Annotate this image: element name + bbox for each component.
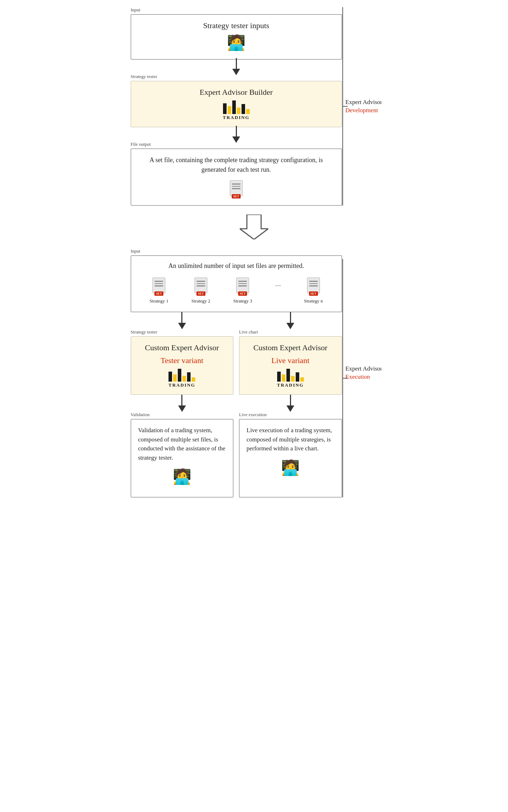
strategy-2-item: SET Strategy 2	[191, 278, 210, 304]
bottom-section: Input An unlimited number of input set f…	[131, 248, 342, 497]
strategy-2-label: Strategy 2	[191, 298, 210, 304]
input-set-files-box: An unlimited number of input set files a…	[131, 255, 342, 312]
strategy-tester-inputs-title: Strategy tester inputs	[138, 21, 335, 30]
bottom-section-label-red: Execution	[346, 374, 370, 381]
strategy-3-item: SET Strategy 3	[233, 278, 252, 304]
arrow-down-live-top	[239, 312, 342, 329]
trading-logo-top	[138, 100, 335, 114]
trading-text-tester: TRADING	[138, 382, 226, 388]
ea-live-title: Custom Expert Advisor	[247, 343, 335, 352]
robot-icon-live: 🧑‍💻	[247, 459, 335, 476]
strategy-1-item: SET Strategy 1	[150, 278, 169, 304]
ea-builder-title: Expert Advisor Builder	[138, 88, 335, 97]
ea-tester-title: Custom Expert Advisor	[138, 343, 226, 352]
top-section-label: Expert Advisor Development	[346, 98, 381, 115]
robot-icon-validation: 🧑‍💻	[138, 468, 226, 485]
svg-marker-0	[240, 214, 268, 239]
arrow-down-2	[131, 127, 342, 141]
strategy-3-label: Strategy 3	[233, 298, 252, 304]
strategy-1-label: Strategy 1	[150, 298, 169, 304]
ea-tester-box: Custom Expert Advisor Tester variant TRA…	[131, 336, 234, 395]
validation-box: Validation of a trading system, composed…	[131, 419, 234, 497]
strategy-tester-inputs-box: Strategy tester inputs 🧑‍💻	[131, 14, 342, 60]
bottom-section-label-text: Expert Advisor	[346, 365, 381, 372]
strategy-n-label: Strategy n	[304, 298, 323, 304]
file-output-box: A set file, containing the complete trad…	[131, 149, 342, 206]
file-output-text: A set file, containing the complete trad…	[138, 155, 335, 175]
bottom-section-label: Expert Advisor Execution	[346, 364, 381, 382]
ea-tester-subtitle: Tester variant	[138, 356, 226, 365]
dots-separator: ...	[275, 278, 281, 288]
ea-live-box: Custom Expert Advisor Live variant TRADI…	[239, 336, 342, 395]
input-label-bottom: Input	[131, 248, 342, 254]
strategy-files-row: SET Strategy 1 SET Strategy 2	[138, 274, 335, 305]
live-execution-text: Live execution of a trading system, comp…	[247, 426, 335, 453]
trading-text-top: TRADING	[138, 115, 335, 120]
input-label-top: Input	[131, 7, 342, 13]
set-badge: SET	[232, 194, 240, 198]
arrow-down-tester-top	[131, 312, 234, 329]
person-icon: 🧑‍💻	[138, 34, 335, 51]
arrow-down-live-mid	[239, 395, 342, 412]
live-chart-label: Live chart	[239, 329, 342, 335]
live-execution-label: Live execution	[239, 412, 342, 418]
trading-logo-live	[247, 369, 335, 382]
ea-live-subtitle: Live variant	[247, 356, 335, 365]
validation-label: Validation	[131, 412, 234, 418]
trading-logo-tester	[138, 369, 226, 382]
top-section: Input Strategy tester inputs 🧑‍💻 Strateg…	[131, 7, 342, 206]
ea-builder-box: Expert Advisor Builder TRADING	[131, 81, 342, 127]
live-execution-box: Live execution of a trading system, comp…	[239, 419, 342, 497]
strategy-n-item: SET Strategy n	[304, 278, 323, 304]
two-col-section: Strategy tester Custom Expert Advisor Te…	[131, 312, 342, 497]
arrow-down-1	[131, 60, 342, 74]
big-arrow-svg	[240, 214, 268, 239]
strategy-tester-label-left: Strategy tester	[131, 329, 234, 335]
validation-text: Validation of a trading system, composed…	[138, 426, 226, 462]
top-section-label-red: Development	[346, 107, 378, 114]
input-set-files-text: An unlimited number of input set files a…	[138, 262, 335, 270]
arrow-down-tester-mid	[131, 395, 234, 412]
top-section-label-text: Expert Advisor	[346, 99, 381, 105]
set-file-icon: SET	[230, 180, 243, 196]
tester-col: Strategy tester Custom Expert Advisor Te…	[131, 312, 234, 497]
live-col: Live chart Custom Expert Advisor Live va…	[239, 312, 342, 497]
big-arrow-down	[131, 213, 378, 241]
trading-text-live: TRADING	[247, 382, 335, 388]
